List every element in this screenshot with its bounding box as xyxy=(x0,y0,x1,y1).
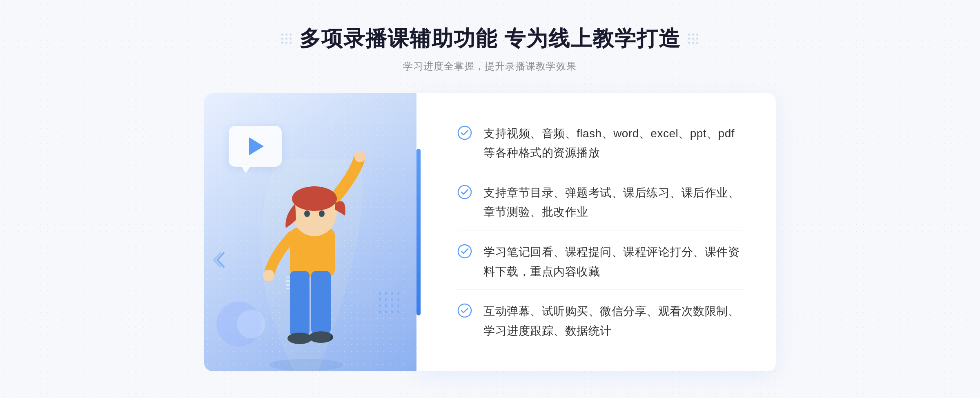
svg-point-25 xyxy=(385,311,387,313)
feature-item-3: 学习笔记回看、课程提问、课程评论打分、课件资料下载，重点内容收藏 xyxy=(457,234,743,290)
svg-point-29 xyxy=(458,186,471,199)
svg-point-31 xyxy=(458,304,471,317)
svg-point-21 xyxy=(397,292,399,295)
svg-point-13 xyxy=(385,292,387,295)
feature-text-4: 互动弹幕、试听购买、微信分享、观看次数限制、学习进度跟踪、数据统计 xyxy=(483,302,743,340)
feature-text-1: 支持视频、音频、flash、word、excel、ppt、pdf等各种格式的资源… xyxy=(483,124,743,163)
chevron-left-icon xyxy=(212,250,228,273)
feature-text-2: 支持章节目录、弹题考试、课后练习、课后作业、章节测验、批改作业 xyxy=(483,183,743,222)
page-title: 多项录播课辅助功能 专为线上教学打造 xyxy=(299,25,681,53)
svg-point-22 xyxy=(397,298,399,301)
page-container: 多项录播课辅助功能 专为线上教学打造 学习进度全掌握，提升录播课教学效果 xyxy=(0,0,980,398)
content-area: 支持视频、音频、flash、word、excel、ppt、pdf等各种格式的资源… xyxy=(204,93,776,371)
check-circle-icon-4 xyxy=(457,303,472,318)
svg-point-19 xyxy=(385,304,387,307)
check-circle-icon-3 xyxy=(457,244,472,259)
svg-point-30 xyxy=(458,245,471,258)
left-decorative-dots xyxy=(281,34,292,44)
svg-point-14 xyxy=(391,292,393,295)
check-circle-icon-1 xyxy=(457,125,472,140)
header-section: 多项录播课辅助功能 专为线上教学打造 学习进度全掌握，提升录播课教学效果 xyxy=(281,25,699,73)
svg-point-26 xyxy=(391,311,393,313)
feature-item-4: 互动弹幕、试听购买、微信分享、观看次数限制、学习进度跟踪、数据统计 xyxy=(457,293,743,349)
svg-point-28 xyxy=(458,126,471,139)
illustration-panel xyxy=(204,93,416,371)
feature-item-2: 支持章节目录、弹题考试、课后练习、课后作业、章节测验、批改作业 xyxy=(457,175,743,230)
features-panel: 支持视频、音频、flash、word、excel、ppt、pdf等各种格式的资源… xyxy=(416,93,776,371)
header-title-row: 多项录播课辅助功能 专为线上教学打造 xyxy=(281,25,699,53)
check-circle-icon-2 xyxy=(457,185,472,199)
svg-point-27 xyxy=(397,311,399,313)
illustration-figure xyxy=(237,134,384,371)
feature-text-3: 学习笔记回看、课程提问、课程评论打分、课件资料下载，重点内容收藏 xyxy=(483,242,743,281)
page-subtitle: 学习进度全掌握，提升录播课教学效果 xyxy=(281,60,699,73)
svg-point-20 xyxy=(391,304,393,307)
svg-point-17 xyxy=(391,298,393,301)
accent-bar xyxy=(416,149,421,315)
feature-item-1: 支持视频、音频、flash、word、excel、ppt、pdf等各种格式的资源… xyxy=(457,116,743,171)
svg-point-16 xyxy=(385,298,387,301)
svg-point-23 xyxy=(397,304,399,307)
right-decorative-dots xyxy=(688,34,699,44)
